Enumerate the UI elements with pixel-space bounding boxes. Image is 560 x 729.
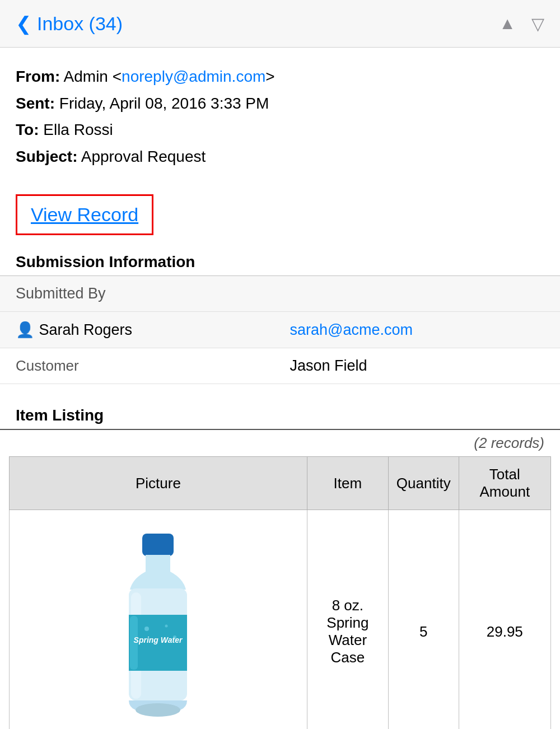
picture-cell: Spring Water — [10, 510, 307, 729]
email-header: From: Admin <noreply@admin.com> Sent: Fr… — [0, 48, 560, 181]
from-label: From: — [16, 68, 60, 85]
records-count: (2 records) — [0, 430, 560, 456]
svg-point-10 — [136, 703, 180, 717]
view-record-container: View Record — [0, 181, 560, 249]
submission-section-title: Submission Information — [0, 249, 560, 276]
item-listing-section: Item Listing (2 records) Picture Item Qu… — [0, 402, 560, 729]
user-email-cell[interactable]: sarah@acme.com — [274, 312, 560, 348]
from-name: Admin — [64, 68, 108, 85]
user-info-cell: 👤 Sarah Rogers — [0, 312, 274, 348]
nav-bar: ❮ Inbox (34) ▲ ▽ — [0, 0, 560, 48]
bottle-image: Spring Water — [16, 517, 300, 729]
total-amount-value: 29.95 — [487, 623, 523, 640]
picture-col-header: Picture — [10, 457, 307, 510]
item-table-wrapper: Picture Item Quantity Total Amount — [0, 456, 560, 729]
from-line: From: Admin <noreply@admin.com> — [16, 63, 544, 90]
quantity-value: 5 — [419, 623, 427, 640]
to-label: To: — [16, 121, 39, 138]
from-email-link[interactable]: noreply@admin.com — [122, 68, 265, 85]
subject-value: Approval Request — [81, 148, 206, 165]
quantity-cell: 5 — [388, 510, 459, 729]
sent-value: Friday, April 08, 2016 3:33 PM — [59, 95, 269, 112]
nav-arrows: ▲ ▽ — [499, 14, 544, 34]
table-row: Spring Water — [10, 510, 551, 729]
user-name: Sarah Rogers — [39, 321, 133, 338]
svg-point-8 — [173, 635, 176, 639]
item-table: Picture Item Quantity Total Amount — [9, 456, 551, 729]
quantity-col-header: Quantity — [388, 457, 459, 510]
submitted-by-header-row: Submitted By — [0, 276, 560, 312]
user-email-link[interactable]: sarah@acme.com — [290, 321, 412, 338]
svg-point-9 — [165, 625, 168, 628]
water-bottle-svg: Spring Water — [102, 528, 214, 729]
subject-line: Subject: Approval Request — [16, 143, 544, 170]
item-listing-title: Item Listing — [0, 402, 560, 430]
customer-row: Customer Jason Field — [0, 348, 560, 384]
subject-label: Subject: — [16, 148, 77, 165]
to-line: To: Ella Rossi — [16, 116, 544, 143]
sent-line: Sent: Friday, April 08, 2016 3:33 PM — [16, 90, 544, 117]
svg-rect-1 — [146, 555, 170, 572]
item-col-header: Item — [307, 457, 388, 510]
item-name: 8 oz. Spring Water Case — [326, 597, 368, 666]
item-name-cell: 8 oz. Spring Water Case — [307, 510, 388, 729]
customer-value: Jason Field — [274, 348, 560, 384]
nav-down-arrow[interactable]: ▽ — [531, 14, 544, 34]
nav-title[interactable]: Inbox (34) — [37, 13, 123, 35]
item-table-header-row: Picture Item Quantity Total Amount — [10, 457, 551, 510]
back-icon[interactable]: ❮ — [16, 12, 31, 35]
email-container: ❮ Inbox (34) ▲ ▽ From: Admin <noreply@ad… — [0, 0, 560, 729]
view-record-button[interactable]: View Record — [16, 194, 153, 235]
sent-label: Sent: — [16, 95, 55, 112]
submitted-by-data-row: 👤 Sarah Rogers sarah@acme.com — [0, 312, 560, 348]
submitted-by-label: Submitted By — [0, 276, 560, 312]
user-icon: 👤 — [16, 321, 35, 338]
svg-rect-0 — [142, 534, 174, 556]
total-amount-col-header: Total Amount — [459, 457, 550, 510]
submission-table: Submitted By 👤 Sarah Rogers sarah@acme.c… — [0, 276, 560, 384]
total-amount-cell: 29.95 — [459, 510, 550, 729]
customer-label: Customer — [0, 348, 274, 384]
nav-left[interactable]: ❮ Inbox (34) — [16, 12, 123, 35]
to-value: Ella Rossi — [43, 121, 113, 138]
svg-point-7 — [144, 627, 149, 631]
nav-up-arrow[interactable]: ▲ — [499, 14, 516, 34]
